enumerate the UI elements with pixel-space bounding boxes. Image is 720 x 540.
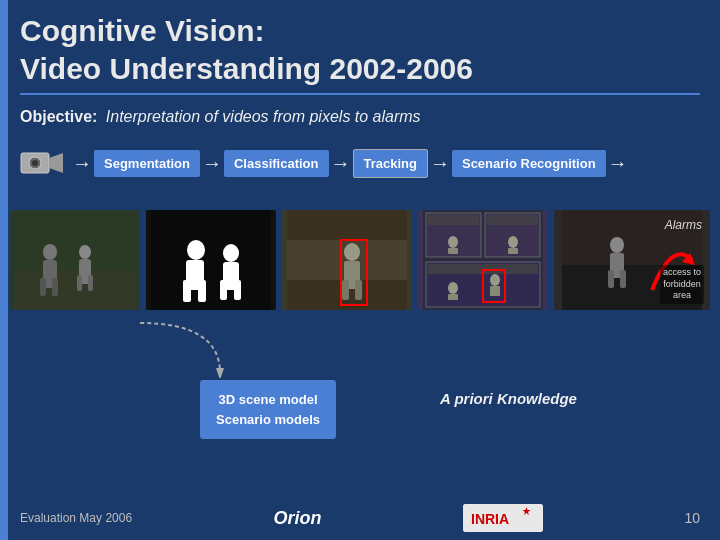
footer-logo-group: INRIA [463, 504, 543, 532]
image-segmentation [10, 210, 140, 310]
image-alarm: Alarms access to forbidden area [554, 210, 710, 310]
left-accent-bar [0, 0, 8, 540]
footer-orion: Orion [274, 508, 322, 529]
svg-point-19 [223, 244, 239, 262]
svg-marker-55 [216, 368, 224, 378]
svg-rect-28 [342, 280, 349, 300]
title-section: Cognitive Vision: Video Understanding 20… [20, 12, 700, 95]
svg-rect-37 [487, 215, 538, 225]
slide: Cognitive Vision: Video Understanding 20… [0, 0, 720, 540]
svg-rect-21 [220, 280, 227, 300]
svg-point-15 [187, 240, 205, 260]
image-scenario [418, 210, 548, 310]
camera-icon [20, 148, 64, 178]
svg-point-10 [79, 245, 91, 259]
svg-point-2 [32, 160, 38, 166]
images-row: Alarms access to forbidden area [10, 210, 710, 310]
svg-rect-46 [490, 286, 500, 296]
svg-rect-52 [608, 270, 614, 288]
svg-rect-13 [88, 275, 93, 291]
objective-label: Objective: [20, 108, 97, 125]
svg-rect-5 [15, 270, 135, 310]
arrow-4: → [430, 152, 450, 175]
svg-rect-18 [198, 280, 206, 302]
svg-text:INRIA: INRIA [471, 511, 509, 527]
scene-model-line1: 3D scene model [216, 390, 320, 410]
objective-line: Objective: Interpretation of videos from… [20, 108, 700, 126]
pipeline-scenario: Scenario Recognition [452, 150, 606, 177]
arrow-2: → [202, 152, 222, 175]
image-tracking [282, 210, 412, 310]
arrow-3: → [331, 152, 351, 175]
scene-model-line2: Scenario models [216, 410, 320, 430]
svg-point-26 [344, 243, 360, 261]
arrow-1: → [72, 152, 92, 175]
inria-logo: INRIA [463, 504, 543, 532]
svg-rect-53 [620, 270, 626, 288]
svg-rect-12 [77, 275, 82, 291]
scene-model-box: 3D scene model Scenario models [200, 380, 336, 439]
svg-point-45 [490, 274, 500, 286]
svg-rect-14 [151, 210, 271, 310]
pipeline-classification: Classification [224, 150, 329, 177]
arrow-5: → [608, 152, 628, 175]
svg-rect-8 [40, 278, 46, 296]
main-title: Cognitive Vision: Video Understanding 20… [20, 12, 700, 87]
apriori-knowledge: A priori Knowledge [440, 390, 577, 407]
svg-point-34 [448, 236, 458, 248]
footer-eval: Evaluation May 2006 [20, 511, 132, 525]
pipeline-row: → Segmentation → Classification → Tracki… [20, 148, 700, 178]
svg-rect-9 [52, 278, 58, 296]
svg-rect-43 [448, 294, 458, 300]
svg-point-38 [508, 236, 518, 248]
svg-point-50 [610, 237, 624, 253]
image-classification [146, 210, 276, 310]
svg-marker-3 [49, 153, 63, 173]
svg-rect-35 [448, 248, 458, 254]
svg-rect-24 [287, 210, 407, 240]
svg-rect-22 [234, 280, 241, 300]
pipeline-segmentation: Segmentation [94, 150, 200, 177]
forbidden-label: access to forbidden area [660, 265, 704, 304]
pipeline-tracking: Tracking [353, 149, 428, 178]
svg-rect-17 [183, 280, 191, 302]
svg-rect-33 [428, 215, 479, 225]
objective-text: Interpretation of videos from pixels to … [106, 108, 421, 125]
alarms-label: Alarms [665, 218, 702, 234]
svg-rect-29 [355, 280, 362, 300]
page-number: 10 [684, 510, 700, 526]
svg-point-42 [448, 282, 458, 294]
svg-point-6 [43, 244, 57, 260]
footer: Evaluation May 2006 Orion INRIA 10 [20, 504, 700, 532]
curved-arrow-svg [120, 318, 320, 378]
title-rule [20, 93, 700, 95]
svg-rect-39 [508, 248, 518, 254]
